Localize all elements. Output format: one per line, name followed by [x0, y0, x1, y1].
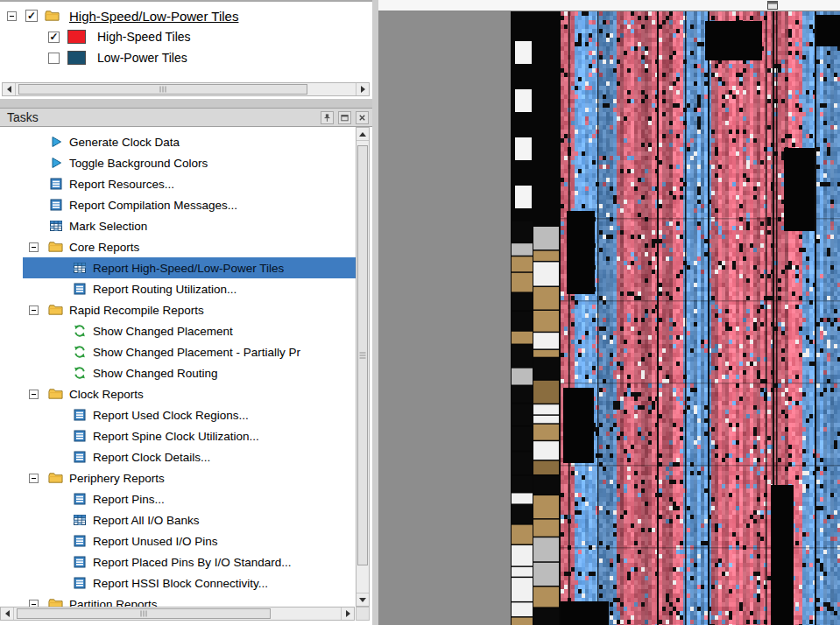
tree-item-row[interactable]: Report Routing Utilization...	[0, 278, 356, 299]
scrollbar-thumb[interactable]	[17, 608, 271, 619]
task-label: Report Clock Details...	[93, 451, 210, 464]
tree-item-row[interactable]: Report Pins...	[0, 488, 356, 509]
tasks-tree: Generate Clock DataToggle Background Col…	[0, 127, 356, 607]
legend-layer-row[interactable]: ✓High-Speed Tiles	[0, 26, 372, 47]
task-label: Core Reports	[69, 241, 139, 254]
tree-item-row[interactable]: Toggle Background Colors	[0, 152, 356, 173]
scrollbar-thumb[interactable]	[18, 84, 307, 95]
tree-item-row[interactable]: Report Resources...	[0, 173, 356, 194]
collapse-expander[interactable]	[29, 474, 39, 483]
tree-item-row[interactable]: Report HSSI Block Connectivity...	[0, 572, 356, 593]
thumb-grip	[360, 353, 366, 359]
up-arrow-icon	[359, 132, 366, 137]
scroll-down-button[interactable]	[356, 593, 369, 606]
changed-view-icon	[72, 324, 87, 339]
collapse-expander[interactable]	[29, 390, 39, 399]
task-label: Report Unused I/O Pins	[93, 535, 218, 548]
scrollbar-thumb[interactable]	[357, 145, 368, 565]
legend-root-row[interactable]: ✓High-Speed/Low-Power Tiles	[0, 5, 372, 26]
legend-layer-row[interactable]: Low-Power Tiles	[0, 47, 372, 68]
pin-icon	[322, 113, 332, 123]
scroll-right-button[interactable]	[356, 83, 369, 95]
collapse-expander[interactable]	[7, 11, 17, 21]
left-dock: ✓High-Speed/Low-Power Tiles✓High-Speed T…	[0, 0, 372, 625]
scroll-left-button[interactable]	[3, 83, 16, 95]
collapse-expander[interactable]	[29, 600, 39, 607]
pin-button[interactable]	[321, 111, 334, 124]
task-label: Report Used Clock Regions...	[93, 409, 249, 422]
task-label: Show Changed Placement	[93, 325, 233, 338]
collapse-expander[interactable]	[29, 305, 39, 315]
report-icon	[72, 450, 87, 465]
tree-item-row[interactable]: Report Clock Details...	[0, 446, 356, 467]
float-window-button[interactable]	[338, 111, 351, 124]
visibility-checkbox[interactable]: ✓	[48, 32, 60, 43]
run-task-icon	[48, 135, 63, 150]
folder-icon	[48, 387, 63, 402]
right-arrow-icon	[346, 610, 350, 617]
expander-slot	[23, 390, 48, 399]
tree-folder-row[interactable]: Core Reports	[0, 236, 356, 257]
tasks-horizontal-scrollbar[interactable]	[0, 607, 355, 621]
tree-item-row[interactable]: Report Placed Pins By I/O Standard...	[0, 551, 356, 572]
thumb-grip	[141, 611, 147, 617]
task-label: Report Placed Pins By I/O Standard...	[93, 556, 292, 569]
legend-label: High-Speed/Low-Power Tiles	[69, 9, 238, 24]
report-icon	[72, 408, 87, 423]
report-icon	[72, 555, 87, 570]
tasks-header-buttons	[321, 111, 369, 124]
legend-label: Low-Power Tiles	[97, 51, 187, 65]
tree-item-row[interactable]: Show Changed Placement	[0, 320, 356, 341]
chip-view-pane	[378, 0, 840, 625]
tasks-title: Tasks	[7, 110, 39, 124]
folder-icon	[48, 240, 63, 255]
tree-item-row[interactable]: Report Used Clock Regions...	[0, 404, 356, 425]
report-icon	[48, 198, 63, 213]
report-icon	[72, 492, 87, 507]
scroll-up-button[interactable]	[356, 128, 369, 141]
tree-folder-row[interactable]: Partition Reports	[0, 593, 356, 607]
report-icon	[72, 576, 87, 591]
close-button[interactable]	[356, 111, 369, 124]
task-label: Partition Reports	[69, 598, 158, 607]
scroll-left-button[interactable]	[1, 607, 14, 620]
changed-view-icon	[72, 366, 87, 381]
table-report-icon	[72, 261, 87, 276]
expander-slot	[23, 600, 48, 607]
tree-item-row[interactable]: Show Changed Routing	[0, 362, 356, 383]
visibility-checkbox[interactable]	[48, 53, 60, 64]
report-icon	[72, 282, 87, 297]
left-arrow-icon	[7, 86, 11, 93]
task-label: Rapid Recompile Reports	[69, 304, 204, 317]
layer-color-swatch	[67, 30, 86, 44]
legend-label: High-Speed Tiles	[97, 30, 191, 44]
tree-item-row[interactable]: Report Unused I/O Pins	[0, 530, 356, 551]
tree-item-row[interactable]: Report Spine Clock Utilization...	[0, 425, 356, 446]
report-icon	[72, 429, 87, 444]
legend-rows: ✓High-Speed/Low-Power Tiles✓High-Speed T…	[0, 2, 372, 68]
tasks-vertical-scrollbar[interactable]	[356, 127, 370, 607]
tree-item-row[interactable]: Report High-Speed/Low-Power Tiles	[0, 257, 356, 278]
task-label: Mark Selection	[69, 220, 147, 233]
tree-item-row[interactable]: Report Compilation Messages...	[0, 194, 356, 215]
scrollbar-corner	[356, 607, 370, 621]
tree-folder-row[interactable]: Clock Reports	[0, 383, 356, 404]
task-label: Report All I/O Banks	[93, 514, 200, 527]
task-label: Report Routing Utilization...	[93, 283, 236, 296]
scroll-right-button[interactable]	[341, 607, 354, 620]
task-label: Show Changed Placement - Partially Pr	[93, 346, 300, 359]
tree-folder-row[interactable]: Periphery Reports	[0, 467, 356, 488]
right-arrow-icon	[361, 86, 365, 93]
tree-item-row[interactable]: Show Changed Placement - Partially Pr	[0, 341, 356, 362]
panel-splitter[interactable]	[372, 0, 378, 625]
legend-horizontal-scrollbar[interactable]	[2, 82, 370, 96]
task-label: Report Pins...	[93, 493, 165, 506]
tree-item-row[interactable]: Generate Clock Data	[0, 131, 356, 152]
tree-item-row[interactable]: Mark Selection	[0, 215, 356, 236]
collapse-expander[interactable]	[29, 242, 39, 252]
visibility-checkbox[interactable]: ✓	[25, 10, 38, 22]
tree-folder-row[interactable]: Rapid Recompile Reports	[0, 299, 356, 320]
table-report-icon	[48, 219, 63, 234]
tree-item-row[interactable]: Report All I/O Banks	[0, 509, 356, 530]
chip-floorplan-canvas[interactable]	[378, 11, 840, 625]
